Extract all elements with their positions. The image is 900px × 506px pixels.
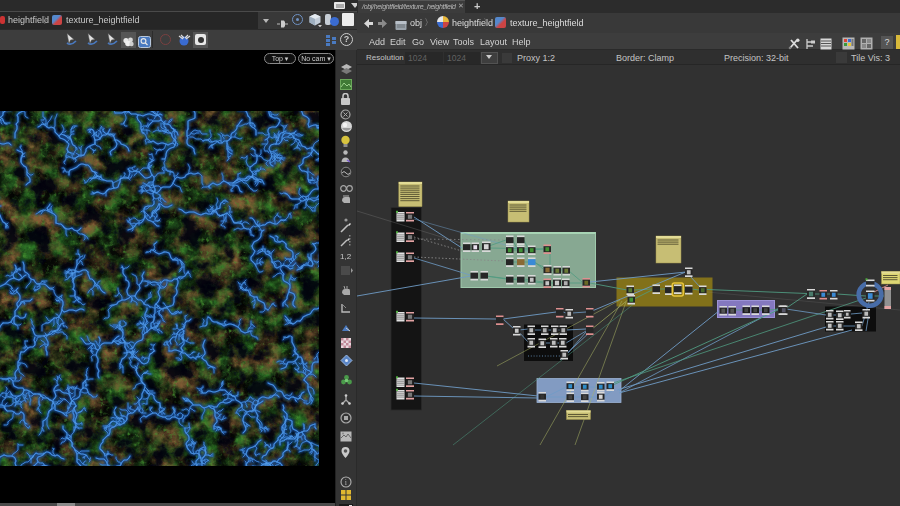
- svg-text:1,2: 1,2: [340, 252, 352, 261]
- svg-text:i: i: [345, 478, 348, 487]
